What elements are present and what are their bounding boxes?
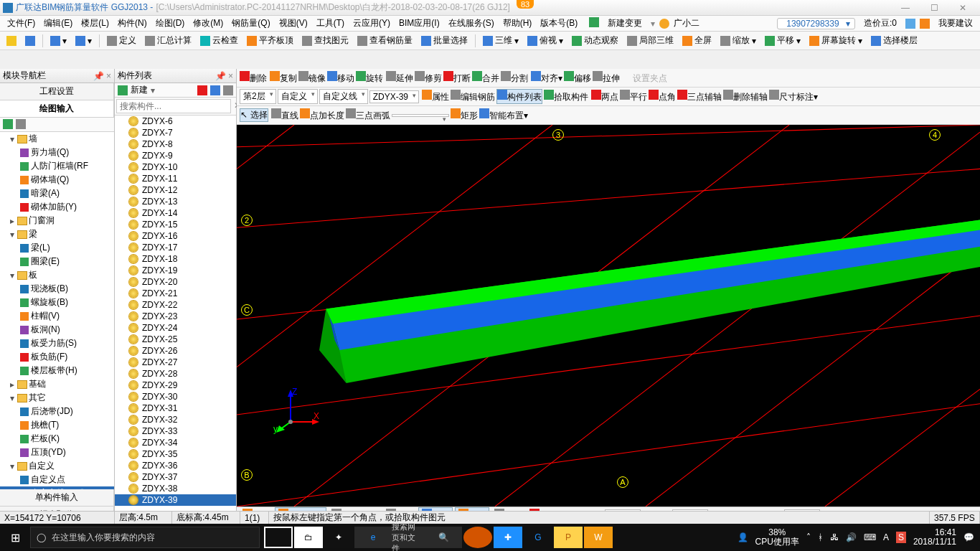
- cloud-check-button[interactable]: 云检查: [197, 33, 242, 48]
- tree-node[interactable]: ▾墙: [0, 132, 114, 146]
- delete-button[interactable]: 删除: [240, 71, 267, 85]
- arc3-button[interactable]: 三点画弧: [346, 108, 390, 122]
- tree-node[interactable]: 板负筋(F): [0, 350, 114, 364]
- tree-node[interactable]: 砌体墙(Q): [0, 173, 114, 187]
- tray-notif-icon[interactable]: 💬: [963, 532, 974, 542]
- tree-node[interactable]: ▾自定义: [0, 459, 114, 473]
- angle-button[interactable]: 点角: [649, 90, 676, 103]
- menu-edit[interactable]: 编辑(E): [39, 17, 77, 29]
- tb-app-7[interactable]: W: [584, 527, 613, 548]
- bell-icon[interactable]: [905, 19, 915, 29]
- rect-button[interactable]: 矩形: [451, 108, 478, 122]
- tree-node[interactable]: ▾其它: [0, 391, 114, 405]
- list-item[interactable]: ZDYX-33: [115, 425, 236, 437]
- dyn-button[interactable]: 动态观察: [568, 33, 622, 48]
- list-item[interactable]: ZDYX-8: [115, 138, 236, 150]
- list-button[interactable]: 构件列表: [496, 89, 542, 104]
- collapse-icon[interactable]: [16, 119, 26, 129]
- menu-cloud[interactable]: 云应用(Y): [349, 17, 395, 29]
- maximize-button[interactable]: ☐: [920, 3, 948, 13]
- ptlen-button[interactable]: 点加长度: [300, 108, 344, 122]
- split-button[interactable]: 分割: [501, 71, 528, 85]
- select-button[interactable]: ↖选择: [240, 108, 268, 122]
- menu-member[interactable]: 构件(N): [113, 17, 151, 29]
- list-item[interactable]: ZDYX-15: [115, 219, 236, 230]
- extend-button[interactable]: 延伸: [386, 71, 413, 85]
- batch-button[interactable]: 批量选择: [418, 33, 471, 48]
- grip-button[interactable]: 设置夹点: [623, 71, 667, 85]
- member-combo[interactable]: ZDYX-39: [369, 90, 419, 103]
- list-item[interactable]: ZDYX-14: [115, 207, 236, 219]
- start-button[interactable]: ⊞: [0, 531, 30, 545]
- tray-people-icon[interactable]: 👤: [738, 532, 748, 542]
- rotscr-button[interactable]: 屏幕旋转▾: [806, 33, 866, 48]
- open-button[interactable]: [3, 34, 20, 47]
- dim-button[interactable]: 尺寸标注▾: [769, 90, 818, 103]
- find-button[interactable]: 查找图元: [298, 33, 352, 48]
- tab-single-input[interactable]: 单构件输入: [0, 489, 114, 506]
- close-button[interactable]: ✕: [948, 3, 977, 13]
- feedback-link[interactable]: 我要建议: [934, 17, 977, 29]
- list-item[interactable]: ZDYX-18: [115, 253, 236, 265]
- selfloor-button[interactable]: 选择楼层: [867, 33, 921, 48]
- tree-node[interactable]: 板洞(N): [0, 323, 114, 336]
- rotate-button[interactable]: 旋转: [356, 71, 383, 85]
- tree-node[interactable]: 自定义点: [0, 473, 114, 486]
- list-item[interactable]: ZDYX-24: [115, 322, 236, 334]
- more-icon[interactable]: [223, 85, 233, 95]
- menu-file[interactable]: 文件(F): [3, 17, 39, 29]
- copy-icon[interactable]: [210, 85, 220, 95]
- cortana-search[interactable]: ◯在这里输入你要搜索的内容: [30, 527, 260, 548]
- tb-app-4[interactable]: ✚: [494, 527, 522, 548]
- list-item[interactable]: ZDYX-28: [115, 368, 236, 380]
- tree-node[interactable]: 柱帽(V): [0, 309, 114, 323]
- category-tree[interactable]: ▾墙剪力墙(Q)人防门框墙(RF砌体墙(Q)暗梁(A)砌体加筋(Y)▸门窗洞▾梁…: [0, 132, 114, 489]
- tray-net-icon[interactable]: 🖧: [830, 532, 839, 542]
- stretch-button[interactable]: 拉伸: [593, 71, 620, 85]
- tb-app-6[interactable]: P: [554, 527, 583, 548]
- tray-up-icon[interactable]: ˄: [806, 532, 811, 542]
- user-name[interactable]: 广小二: [669, 17, 704, 29]
- pan-button[interactable]: 平移▾: [761, 33, 804, 48]
- new-button[interactable]: 新建: [131, 84, 148, 96]
- member-list[interactable]: ZDYX-6ZDYX-7ZDYX-8ZDYX-9ZDYX-10ZDYX-11ZD…: [115, 116, 236, 524]
- move-button[interactable]: 移动: [327, 71, 354, 85]
- define-button[interactable]: 定义: [103, 33, 140, 48]
- list-item[interactable]: ZDYX-21: [115, 288, 236, 299]
- list-item[interactable]: ZDYX-36: [115, 460, 236, 471]
- tree-node[interactable]: 螺旋板(B): [0, 296, 114, 309]
- tree-node[interactable]: 人防门框墙(RF: [0, 159, 114, 173]
- full-button[interactable]: 全屏: [679, 33, 715, 48]
- menu-online[interactable]: 在线服务(S): [444, 17, 499, 29]
- menu-floor[interactable]: 楼层(L): [77, 17, 113, 29]
- list-item[interactable]: ZDYX-20: [115, 276, 236, 288]
- tree-node[interactable]: 砌体加筋(Y): [0, 200, 114, 214]
- tree-node[interactable]: 挑檐(T): [0, 418, 114, 432]
- tree-node[interactable]: 压顶(YD): [0, 446, 114, 459]
- list-item[interactable]: ZDYX-27: [115, 357, 236, 368]
- list-item[interactable]: ZDYX-17: [115, 242, 236, 253]
- tree-node[interactable]: ▸门窗洞: [0, 214, 114, 227]
- list-item[interactable]: ZDYX-6: [115, 116, 236, 127]
- expand-icon[interactable]: [3, 119, 13, 129]
- phone-pill[interactable]: 13907298339 ▾: [777, 18, 855, 29]
- local3d-button[interactable]: 局部三维: [623, 33, 677, 48]
- save-button[interactable]: [22, 34, 39, 47]
- list-item[interactable]: ZDYX-10: [115, 161, 236, 173]
- editrebar-button[interactable]: 编辑钢筋: [451, 90, 495, 103]
- tree-node[interactable]: 栏板(K): [0, 432, 114, 446]
- 3d-button[interactable]: 三维▾: [479, 33, 522, 48]
- attr-button[interactable]: 属性: [422, 90, 449, 103]
- floor-combo[interactable]: 第2层: [240, 89, 276, 104]
- tree-node[interactable]: ▾板: [0, 268, 114, 282]
- pin-icon[interactable]: 📌 ×: [93, 71, 111, 81]
- tab-draw-input[interactable]: 绘图输入: [0, 100, 114, 117]
- list-item[interactable]: ZDYX-16: [115, 230, 236, 242]
- tree-node[interactable]: 梁(L): [0, 241, 114, 255]
- list-item[interactable]: ZDYX-13: [115, 196, 236, 207]
- menu-modify[interactable]: 修改(M): [189, 17, 227, 29]
- menu-draw[interactable]: 绘图(D): [151, 17, 189, 29]
- menu-rebar[interactable]: 钢筋量(Q): [227, 17, 274, 29]
- list-item[interactable]: ZDYX-29: [115, 380, 236, 391]
- menu-view[interactable]: 视图(V): [275, 17, 312, 29]
